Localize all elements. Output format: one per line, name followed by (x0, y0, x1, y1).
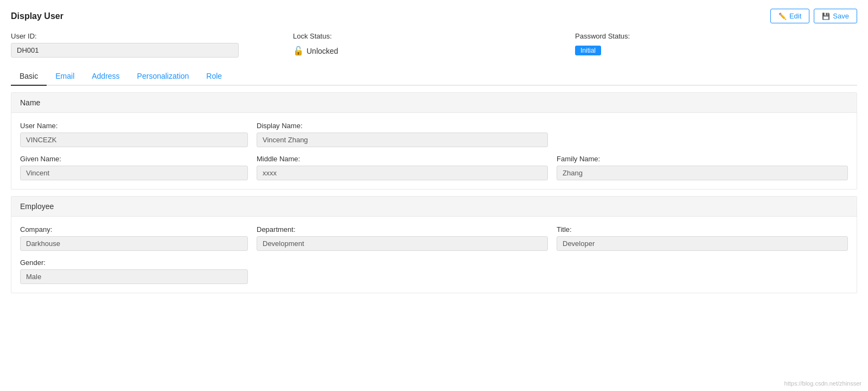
tab-role[interactable]: Role (197, 67, 231, 86)
title-group: Title: (557, 225, 848, 251)
title-input[interactable] (557, 236, 848, 251)
employee-section: Employee Company: Department: Title: (11, 196, 857, 293)
gender-input[interactable] (20, 269, 248, 284)
save-button[interactable]: 💾 Save (814, 9, 857, 23)
password-status-badge: Initial (575, 46, 601, 55)
password-status-display: Initial (575, 43, 857, 55)
tab-address[interactable]: Address (83, 67, 128, 86)
given-name-label: Given Name: (20, 155, 248, 163)
name-section-body: User Name: Display Name: Given Name: Mid… (11, 113, 857, 189)
watermark: https://blog.csdn.net/zhinsser (784, 380, 861, 387)
employee-section-body: Company: Department: Title: Gender: (11, 217, 857, 293)
gender-spacer-1 (257, 258, 548, 284)
display-name-group: Display Name: (257, 122, 548, 147)
employee-section-header: Employee (11, 197, 857, 217)
middle-name-label: Middle Name: (257, 155, 548, 163)
name-section-header: Name (11, 93, 857, 113)
gender-group: Gender: (20, 258, 248, 284)
gender-label: Gender: (20, 258, 248, 267)
given-name-input[interactable] (20, 166, 248, 180)
name-row-1: User Name: Display Name: (20, 122, 848, 147)
middle-name-input[interactable] (257, 166, 548, 180)
lock-status-value: Unlocked (307, 47, 338, 55)
edit-label: Edit (789, 12, 801, 20)
employee-row-2: Gender: (20, 258, 848, 284)
header-buttons: ✏️ Edit 💾 Save (770, 9, 857, 23)
page-wrapper: Display User ✏️ Edit 💾 Save User ID: Loc… (0, 0, 868, 391)
name-section: Name User Name: Display Name: Given Name… (11, 92, 857, 190)
edit-icon: ✏️ (778, 12, 787, 20)
user-id-label: User ID: (11, 32, 293, 40)
user-name-label: User Name: (20, 122, 248, 130)
tab-personalization[interactable]: Personalization (129, 67, 198, 86)
lock-status-label: Lock Status: (293, 32, 575, 40)
tab-email[interactable]: Email (47, 67, 83, 86)
password-status-group: Password Status: Initial (575, 32, 857, 55)
company-input[interactable] (20, 236, 248, 251)
user-name-group: User Name: (20, 122, 248, 147)
tab-basic[interactable]: Basic (11, 67, 47, 86)
save-icon: 💾 (822, 12, 830, 20)
page-header: Display User ✏️ Edit 💾 Save (11, 9, 857, 23)
employee-row-1: Company: Department: Title: (20, 225, 848, 251)
family-name-group: Family Name: (557, 155, 848, 180)
gender-spacer-2 (557, 258, 848, 284)
user-name-input[interactable] (20, 133, 248, 147)
company-label: Company: (20, 225, 248, 234)
display-name-label: Display Name: (257, 122, 548, 130)
department-input[interactable] (257, 236, 548, 251)
save-label: Save (833, 12, 849, 20)
display-name-input[interactable] (257, 133, 548, 147)
page-title: Display User (11, 11, 63, 21)
family-name-label: Family Name: (557, 155, 848, 163)
family-name-input[interactable] (557, 166, 848, 180)
name-row-2: Given Name: Middle Name: Family Name: (20, 155, 848, 180)
user-id-input[interactable] (11, 43, 239, 58)
user-id-group: User ID: (11, 32, 293, 58)
spacer-right (557, 122, 848, 147)
unlock-icon: 🔓 (293, 46, 304, 56)
department-label: Department: (257, 225, 548, 234)
top-fields: User ID: Lock Status: 🔓 Unlocked Passwor… (11, 32, 857, 59)
title-label: Title: (557, 225, 848, 234)
tabs-bar: Basic Email Address Personalization Role (11, 67, 857, 86)
given-name-group: Given Name: (20, 155, 248, 180)
password-status-label: Password Status: (575, 32, 857, 40)
lock-status-group: Lock Status: 🔓 Unlocked (293, 32, 575, 59)
middle-name-group: Middle Name: (257, 155, 548, 180)
lock-status-display: 🔓 Unlocked (293, 43, 575, 59)
edit-button[interactable]: ✏️ Edit (770, 9, 809, 23)
company-group: Company: (20, 225, 248, 251)
user-id-input-wrapper (11, 43, 239, 58)
department-group: Department: (257, 225, 548, 251)
